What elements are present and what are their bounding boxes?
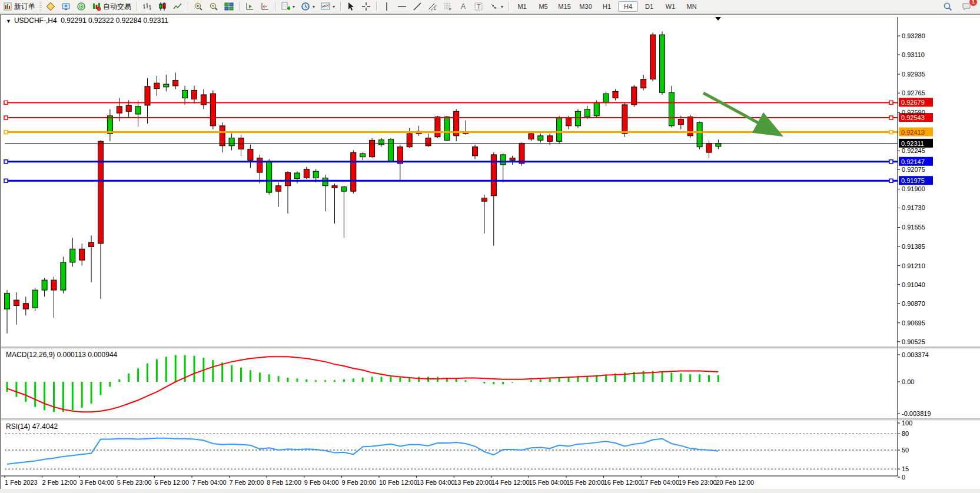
svg-text:10 Feb 12:00: 10 Feb 12:00 — [379, 479, 417, 486]
svg-text:16 Feb 12:00: 16 Feb 12:00 — [604, 479, 642, 486]
svg-text:15 Feb 20:00: 15 Feb 20:00 — [566, 479, 604, 486]
zoom-out-button[interactable] — [206, 0, 221, 13]
svg-text:0.92935: 0.92935 — [902, 71, 925, 78]
timeframe-M15[interactable]: M15 — [554, 1, 574, 12]
channel-icon: E — [428, 2, 437, 11]
svg-text:0.90525: 0.90525 — [902, 338, 925, 345]
zoom-in-button[interactable] — [191, 0, 206, 13]
toolbar-right-group: 1 — [940, 0, 980, 13]
new-order-label: 新订单 — [14, 2, 35, 12]
trendline-button[interactable] — [410, 0, 425, 13]
svg-text:100: 100 — [902, 419, 912, 427]
chevron-down-icon: ▾ — [501, 4, 503, 9]
chart-window: ▼USDCHF-,H4 0.92291 0.92322 0.92284 0.92… — [0, 14, 980, 489]
timeframe-D1[interactable]: D1 — [639, 1, 659, 12]
svg-text:A: A — [461, 2, 466, 11]
svg-text:0.92245: 0.92245 — [902, 147, 925, 154]
svg-text:9 Feb 04:00: 9 Feb 04:00 — [304, 479, 339, 486]
sonar-icon — [77, 2, 86, 11]
timeframe-MN[interactable]: MN — [682, 1, 702, 12]
svg-text:13 Feb 04:00: 13 Feb 04:00 — [417, 479, 455, 486]
fibonacci-button[interactable]: F — [440, 0, 456, 13]
timeframe-M5[interactable]: M5 — [533, 1, 553, 12]
cursor-button[interactable] — [343, 0, 358, 13]
notifications-button[interactable]: 1 — [959, 0, 974, 13]
tile-windows-button[interactable] — [221, 0, 237, 13]
timeframe-W1[interactable]: W1 — [660, 1, 680, 12]
autotrading-label: 自动交易 — [103, 2, 131, 12]
sonar-button[interactable] — [74, 0, 89, 13]
periods-icon — [301, 2, 310, 11]
svg-text:15 Feb 04:00: 15 Feb 04:00 — [529, 479, 567, 486]
line-chart-icon — [173, 2, 182, 11]
bar-chart-button[interactable] — [139, 0, 155, 13]
svg-text:F: F — [449, 8, 451, 11]
svg-text:5 Feb 23:00: 5 Feb 23:00 — [117, 479, 152, 486]
svg-text:0.91900: 0.91900 — [902, 185, 925, 192]
timeframe-M1[interactable]: M1 — [512, 1, 532, 12]
toolbar-separator — [376, 2, 377, 11]
toolbar-separator — [188, 2, 188, 11]
vertical-line-icon — [382, 2, 391, 11]
svg-text:50: 50 — [902, 447, 909, 454]
svg-text:T: T — [477, 3, 481, 10]
annotations-layer[interactable] — [703, 17, 776, 132]
arrows-button[interactable]: ▾ — [486, 0, 506, 13]
toolbar-separator — [509, 2, 509, 11]
timeframe-H4[interactable]: H4 — [618, 1, 638, 12]
chevron-down-icon: ▾ — [333, 4, 335, 9]
search-button[interactable] — [940, 0, 955, 13]
vertical-line-button[interactable] — [379, 0, 394, 13]
svg-text:7 Feb 20:00: 7 Feb 20:00 — [230, 479, 264, 486]
svg-text:7 Feb 04:00: 7 Feb 04:00 — [192, 479, 227, 486]
svg-text:3 Feb 04:00: 3 Feb 04:00 — [79, 479, 114, 486]
svg-text:0.93110: 0.93110 — [902, 51, 925, 58]
text-icon: A — [459, 2, 468, 11]
new-order-icon — [3, 2, 12, 11]
timeframe-M30[interactable]: M30 — [576, 1, 596, 12]
svg-text:0.90870: 0.90870 — [902, 300, 925, 307]
periods-button[interactable]: ▾ — [298, 0, 318, 13]
svg-text:E: E — [434, 7, 436, 11]
svg-text:0.90695: 0.90695 — [902, 319, 925, 327]
candlestick-series — [5, 31, 721, 333]
svg-text:2 Feb 12:00: 2 Feb 12:00 — [42, 479, 77, 486]
crosshair-icon — [361, 2, 371, 11]
svg-text:19 Feb 23:00: 19 Feb 23:00 — [679, 479, 717, 486]
new-order-button[interactable]: 新订单 — [0, 0, 38, 13]
chart-shift-button[interactable] — [257, 0, 273, 13]
chart-canvas[interactable]: 0.926790.925430.924130.923110.921470.919… — [1, 15, 980, 489]
text-button[interactable]: A — [456, 0, 471, 13]
svg-text:1 Feb 2023: 1 Feb 2023 — [5, 479, 38, 486]
svg-text:0.91555: 0.91555 — [902, 224, 925, 231]
svg-text:80: 80 — [902, 430, 909, 437]
price-shift-marker — [715, 17, 721, 21]
svg-text:17 Feb 04:00: 17 Feb 04:00 — [641, 479, 679, 486]
gold-diamond-button[interactable] — [43, 0, 58, 13]
svg-text:0.91975: 0.91975 — [901, 177, 925, 184]
svg-text:6 Feb 12:00: 6 Feb 12:00 — [154, 479, 189, 486]
line-chart-button[interactable] — [170, 0, 185, 13]
autotrading-icon — [92, 2, 101, 11]
bar-chart-icon — [142, 2, 152, 11]
timeframe-H1[interactable]: H1 — [597, 1, 617, 12]
terminal-button[interactable] — [58, 0, 74, 13]
arrows-icon — [489, 2, 499, 11]
candlestick-button[interactable] — [155, 0, 170, 13]
crosshair-button[interactable] — [358, 0, 374, 13]
label-button[interactable]: T — [471, 0, 486, 13]
template-button[interactable]: ▾ — [318, 0, 338, 13]
rsi-panel: 1008050150 — [5, 419, 912, 481]
horizontal-line-button[interactable] — [394, 0, 410, 13]
trend-arrow[interactable] — [703, 93, 776, 132]
chevron-down-icon: ▾ — [313, 4, 315, 9]
indicators-button[interactable]: ▾ — [278, 0, 298, 13]
horizontal-lines-layer[interactable]: 0.926790.925430.924130.923110.921470.919… — [4, 98, 933, 185]
svg-text:20 Feb 12:00: 20 Feb 12:00 — [716, 479, 754, 486]
channel-button[interactable]: E — [425, 0, 440, 13]
autotrading-button[interactable]: 自动交易 — [89, 0, 134, 13]
svg-text:0.003374: 0.003374 — [902, 351, 929, 358]
auto-scroll-button[interactable] — [242, 0, 257, 13]
svg-text:0.92147: 0.92147 — [901, 158, 925, 165]
toolbar-separator — [137, 2, 137, 11]
